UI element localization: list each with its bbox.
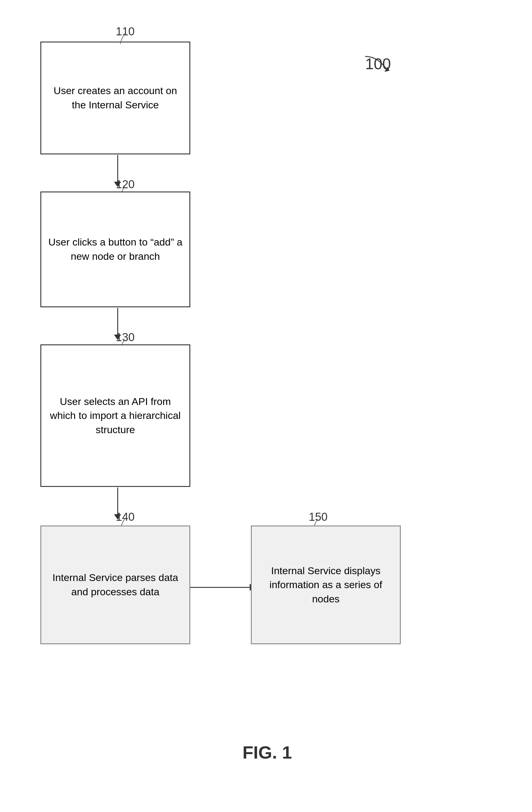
box-130: User selects an API from which to import… — [40, 344, 190, 487]
box-150: Internal Service displays information as… — [251, 525, 401, 644]
box-110-text: User creates an account on the Internal … — [47, 84, 184, 112]
box-150-text: Internal Service displays information as… — [258, 564, 394, 606]
box-140: Internal Service parses data and process… — [40, 525, 190, 644]
box-130-text: User selects an API from which to import… — [47, 394, 184, 437]
box-140-text: Internal Service parses data and process… — [47, 571, 184, 599]
arrow-100 — [341, 50, 401, 86]
box-120-text: User clicks a button to “add” a new node… — [47, 235, 184, 263]
figure-label: FIG. 1 — [222, 742, 312, 763]
box-120: User clicks a button to “add” a new node… — [40, 191, 190, 307]
line-110 — [113, 32, 131, 45]
arrow-140-150 — [190, 584, 255, 591]
diagram-container: 100 User creates an account on the Inter… — [0, 0, 532, 812]
box-110: User creates an account on the Internal … — [40, 42, 190, 155]
